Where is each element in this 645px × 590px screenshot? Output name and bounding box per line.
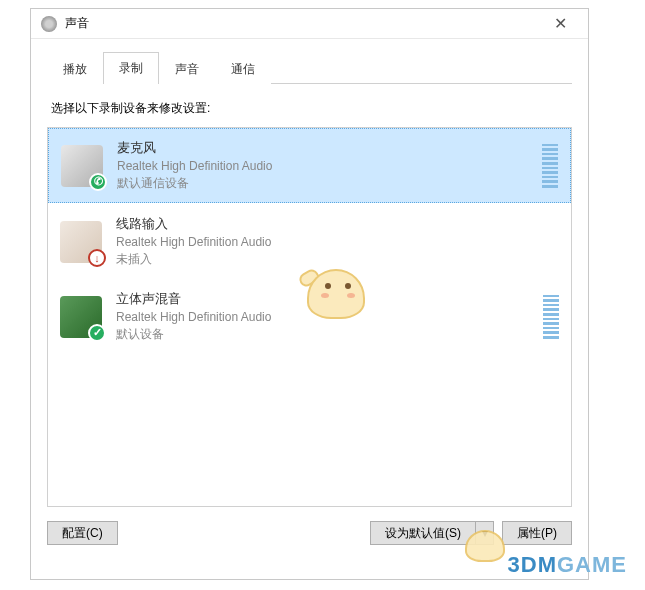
device-status: 默认通信设备 [117,175,534,192]
device-microphone[interactable]: ✆ 麦克风 Realtek High Definition Audio 默认通信… [48,128,571,203]
device-line-in[interactable]: ↓ 线路输入 Realtek High Definition Audio 未插入 [48,205,571,278]
close-icon: ✕ [554,14,567,33]
device-list[interactable]: ✆ 麦克风 Realtek High Definition Audio 默认通信… [47,127,572,507]
device-desc: Realtek High Definition Audio [116,310,535,324]
device-name: 线路输入 [116,215,559,233]
line-in-icon: ↓ [60,221,102,263]
microphone-icon: ✆ [61,145,103,187]
properties-button[interactable]: 属性(P) [502,521,572,545]
set-default-dropdown-button[interactable]: ▾ [476,521,494,545]
device-text: 立体声混音 Realtek High Definition Audio 默认设备 [116,290,535,343]
device-text: 麦克风 Realtek High Definition Audio 默认通信设备 [117,139,534,192]
sound-app-icon [41,16,57,32]
tab-playback[interactable]: 播放 [47,53,103,85]
client-area: 播放 录制 声音 通信 选择以下录制设备来修改设置: ✆ 麦克风 Realtek… [31,39,588,559]
tab-strip: 播放 录制 声音 通信 [47,51,572,84]
button-row: 配置(C) 设为默认值(S) ▾ 属性(P) [47,521,572,545]
tab-recording[interactable]: 录制 [103,52,159,84]
stereo-mix-icon: ✓ [60,296,102,338]
device-desc: Realtek High Definition Audio [116,235,559,249]
device-status: 未插入 [116,251,559,268]
level-meter-icon [543,295,559,339]
tab-communication[interactable]: 通信 [215,53,271,85]
device-name: 立体声混音 [116,290,535,308]
set-default-split-button: 设为默认值(S) ▾ [370,521,494,545]
unplugged-badge-icon: ↓ [88,249,106,267]
sound-dialog: 声音 ✕ 播放 录制 声音 通信 选择以下录制设备来修改设置: ✆ 麦克风 Re… [30,8,589,580]
default-comm-badge-icon: ✆ [89,173,107,191]
default-badge-icon: ✓ [88,324,106,342]
chevron-down-icon: ▾ [482,526,488,540]
device-status: 默认设备 [116,326,535,343]
device-name: 麦克风 [117,139,534,157]
device-desc: Realtek High Definition Audio [117,159,534,173]
close-button[interactable]: ✕ [542,9,578,39]
window-title: 声音 [65,15,542,32]
configure-button[interactable]: 配置(C) [47,521,118,545]
titlebar: 声音 ✕ [31,9,588,39]
instruction-label: 选择以下录制设备来修改设置: [51,100,568,117]
device-stereo-mix[interactable]: ✓ 立体声混音 Realtek High Definition Audio 默认… [48,280,571,353]
device-text: 线路输入 Realtek High Definition Audio 未插入 [116,215,559,268]
level-meter-icon [542,144,558,188]
tab-sound[interactable]: 声音 [159,53,215,85]
set-default-button[interactable]: 设为默认值(S) [370,521,476,545]
